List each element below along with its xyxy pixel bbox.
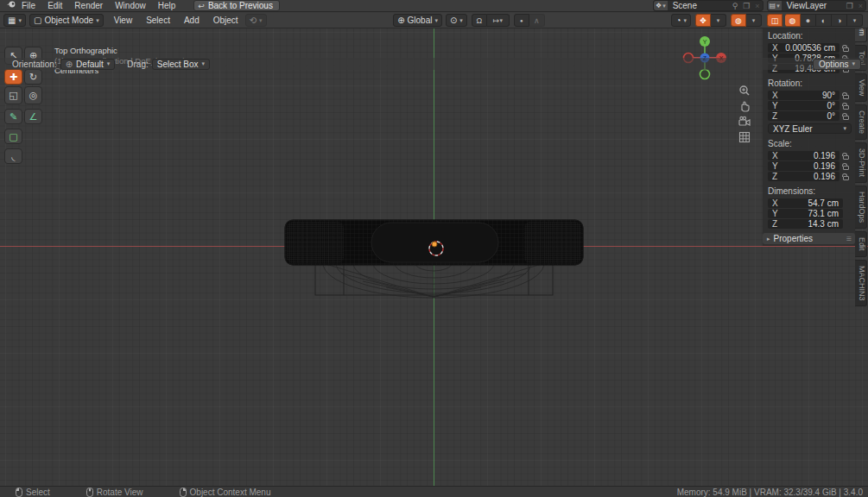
scene-name-field[interactable]: Scene [668, 1, 730, 10]
proportional-falloff-dropdown[interactable]: ∧ [529, 14, 545, 27]
menu-view[interactable]: View [107, 16, 140, 25]
mode-label: Object Mode [44, 16, 93, 25]
tab-view[interactable]: View [855, 73, 867, 102]
properties-panel-header[interactable]: ▸ Properties ☰ [763, 233, 855, 244]
chevron-down-icon: ▾ [852, 60, 855, 67]
new-scene-button[interactable]: ❐ [740, 2, 752, 10]
editor-type-dropdown[interactable]: ▦ ▾ [3, 14, 26, 27]
menu-render[interactable]: Render [68, 0, 109, 12]
transform-tool[interactable]: ◎ [24, 86, 42, 104]
zoom-icon[interactable] [738, 85, 751, 97]
axis-value: 0.000536 cm [785, 43, 835, 53]
move-tool[interactable]: ✚ [4, 69, 22, 85]
pin-icon[interactable]: ⚲ [730, 2, 741, 10]
add-cube-tool[interactable]: ▢ [4, 129, 22, 144]
scale-icon: ◱ [9, 90, 17, 101]
status-select: Select [16, 488, 50, 497]
shading-dropdown[interactable]: ▾ [847, 14, 863, 27]
rotate-tool[interactable]: ↻ [24, 69, 42, 85]
orientation-dropdown[interactable]: ⊕ Default ▾ [60, 59, 116, 70]
new-viewlayer-button[interactable]: ❐ [844, 2, 856, 10]
overlays-dropdown[interactable]: ▾ [746, 14, 762, 27]
transform-orientation-dropdown[interactable]: ⊕ Global ▾ [393, 14, 442, 27]
xray-toggle-button[interactable]: ◫ [767, 14, 782, 27]
shading-solid-button[interactable]: ● [801, 14, 816, 27]
tab-create[interactable]: Create [855, 104, 867, 140]
panel-grip-icon[interactable]: ☰ [846, 236, 851, 242]
object-origin-point[interactable] [432, 242, 437, 247]
location-x-field[interactable]: X0.000536 cm [768, 43, 839, 53]
back-to-previous-button[interactable]: ↩ Back to Previous [193, 0, 280, 11]
solid-shading-icon: ● [806, 16, 810, 25]
camera-view-icon[interactable] [738, 116, 751, 128]
mode-dropdown[interactable]: ▢ Object Mode ▾ [29, 14, 104, 27]
visibility-icon: ◔ [675, 16, 681, 25]
scale-z-field[interactable]: Z0.196 [768, 172, 839, 181]
shading-rendered-button[interactable]: ◑ [832, 14, 847, 27]
perspective-toggle-icon[interactable] [738, 131, 751, 143]
material-shading-icon: ◐ [821, 16, 826, 25]
show-gizmo-button[interactable]: ✥ [695, 14, 711, 27]
orientation-label: Orientation: [12, 60, 57, 69]
options-dropdown[interactable]: Options ▾ [813, 59, 861, 70]
dimensions-y-field[interactable]: Y73.1 cm [768, 209, 843, 218]
location-x-lock-button[interactable] [839, 45, 852, 52]
chevron-right-icon: ▸ [767, 236, 770, 242]
menu-file[interactable]: File [16, 0, 41, 12]
status-rotate-view: Rotate View [86, 488, 143, 497]
tab-3d-print[interactable]: 3D-Print [855, 142, 867, 183]
rotation-x-lock-button[interactable] [839, 92, 852, 99]
pivot-point-dropdown[interactable]: ⊙ ▾ [446, 14, 467, 27]
3d-viewport[interactable]: Orientation: ⊕ Default ▾ Drag: Select Bo… [0, 28, 868, 486]
measure-tool[interactable]: ∠ [24, 109, 42, 124]
scale-y-lock-button[interactable] [839, 163, 852, 170]
tab-edit[interactable]: Edit [855, 231, 867, 257]
dimensions-x-field[interactable]: X54.7 cm [768, 198, 843, 208]
blender-window: File Edit Render Window Help ↩ Back to P… [0, 0, 868, 497]
rotation-x-field[interactable]: X90° [768, 91, 839, 100]
scale-tool[interactable]: ◱ [4, 86, 22, 104]
proportional-edit-button[interactable]: ● [514, 14, 529, 27]
rotation-y-row: Y0° [768, 101, 852, 110]
show-overlays-button[interactable]: ◍ [731, 14, 746, 27]
rotation-y-lock-button[interactable] [839, 103, 852, 110]
view-object-types-dropdown[interactable]: ◔ ▾ [671, 14, 691, 27]
rotation-y-field[interactable]: Y0° [768, 101, 839, 110]
drag-dropdown[interactable]: Select Box ▾ [152, 59, 210, 70]
object-mode-icon: ▢ [34, 16, 41, 25]
shading-material-button[interactable]: ◐ [816, 14, 832, 27]
blender-logo-icon[interactable] [0, 0, 16, 12]
gizmo-dropdown[interactable]: ▾ [711, 14, 726, 27]
rotation-mode-dropdown[interactable]: XYZ Euler ▾ [768, 123, 852, 134]
rotation-z-lock-button[interactable] [839, 113, 852, 120]
menu-select[interactable]: Select [139, 16, 177, 25]
rounded-corner-tool[interactable]: ◟ [4, 148, 22, 164]
menu-edit[interactable]: Edit [41, 0, 68, 12]
snap-toggle-button[interactable]: Ω [472, 14, 487, 27]
menu-add[interactable]: Add [177, 16, 206, 25]
scale-z-lock-button[interactable] [839, 173, 852, 180]
scale-x-lock-button[interactable] [839, 153, 852, 160]
scene-object-doe-logomain[interactable] [281, 216, 587, 308]
shading-wireframe-button[interactable]: ◍ [785, 14, 801, 27]
menu-window[interactable]: Window [109, 0, 152, 12]
chevron-down-icon: ▾ [459, 17, 463, 24]
viewlayer-name-field[interactable]: ViewLayer [782, 1, 844, 10]
gizmo-y-negative[interactable] [700, 70, 710, 79]
scene-browse-button[interactable]: ❖ ▾ [654, 1, 668, 10]
dimensions-z-field[interactable]: Z14.3 cm [768, 219, 843, 229]
snap-with-dropdown[interactable]: ↦ ▾ [487, 14, 510, 27]
scale-y-field[interactable]: Y0.196 [768, 161, 839, 171]
mode-options-dropdown[interactable]: ⟲ ▾ [245, 14, 267, 27]
scale-x-field[interactable]: X0.196 [768, 151, 839, 160]
tab-hardops[interactable]: HardOps [855, 186, 867, 229]
chevron-down-icon: ▾ [684, 17, 687, 24]
menu-object[interactable]: Object [206, 16, 245, 25]
viewlayer-browse-button[interactable]: ▤ ▾ [768, 1, 782, 10]
pan-icon[interactable] [738, 100, 751, 112]
axis-label: X [772, 43, 782, 53]
tab-machin3[interactable]: MACHIN3 [855, 260, 867, 307]
menu-help[interactable]: Help [152, 0, 182, 12]
rotation-z-field[interactable]: Z0° [768, 111, 839, 121]
annotate-tool[interactable]: ✎ [4, 109, 22, 124]
